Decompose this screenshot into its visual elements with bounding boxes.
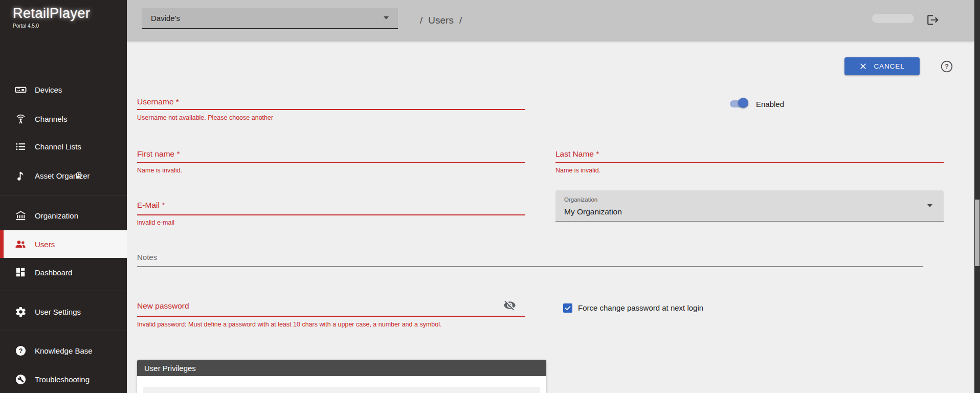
- email-underline: [137, 214, 525, 215]
- bank-icon: [14, 209, 27, 222]
- app-version: Portal 4.5.0: [13, 23, 91, 29]
- visibility-off-icon[interactable]: [503, 299, 517, 312]
- certification-badge-icon: [74, 171, 83, 180]
- username-underline: [137, 109, 525, 110]
- user-privileges-table-header: [143, 387, 540, 393]
- cancel-button-label: CANCEL: [874, 62, 904, 70]
- antenna-icon: [14, 113, 27, 125]
- sidebar-item-troubleshooting[interactable]: Troubleshooting: [0, 367, 127, 391]
- selected-indicator: [0, 230, 4, 258]
- scrollbar-thumb[interactable]: [975, 200, 979, 266]
- svg-text:?: ?: [945, 63, 949, 70]
- sidebar-item-label: Users: [35, 240, 55, 249]
- wrench-circle-icon: [14, 373, 27, 385]
- dashboard-icon: [14, 266, 27, 278]
- sidebar-item-label: Knowledge Base: [35, 346, 93, 355]
- help-icon[interactable]: ?: [940, 60, 953, 73]
- breadcrumb-separator: /: [420, 15, 422, 26]
- sidebar-item-asset-organizer[interactable]: Asset Organizer: [0, 164, 127, 187]
- cancel-button[interactable]: CANCEL: [844, 57, 920, 75]
- sidebar: RetailPlayer Portal 4.5.0 Devices Channe…: [0, 0, 127, 393]
- enabled-toggle-thumb[interactable]: [738, 98, 748, 108]
- check-icon: [564, 304, 571, 312]
- sidebar-item-label: Devices: [35, 85, 62, 94]
- username-error: Username not available. Please choose an…: [137, 114, 273, 121]
- sidebar-item-channels[interactable]: Channels: [0, 107, 127, 130]
- sidebar-item-devices[interactable]: Devices: [0, 78, 127, 101]
- sidebar-item-knowledge-base[interactable]: ? Knowledge Base: [0, 339, 127, 362]
- new-password-error: Invalid password: Must define a password…: [137, 321, 441, 328]
- logout-icon[interactable]: [926, 13, 940, 27]
- loading-placeholder: [872, 14, 914, 23]
- username-input[interactable]: [137, 94, 525, 109]
- organization-select-value: My Organization: [564, 207, 622, 216]
- sidebar-item-channel-lists[interactable]: Channel Lists: [0, 135, 127, 158]
- breadcrumb: / Users /: [420, 0, 462, 40]
- sidebar-item-label: User Settings: [35, 308, 81, 316]
- new-password-input[interactable]: [137, 298, 498, 314]
- sidebar-item-user-settings[interactable]: User Settings: [0, 300, 127, 323]
- organization-select[interactable]: Organization My Organization: [555, 190, 944, 222]
- sidebar-item-label: Troubleshooting: [35, 375, 90, 384]
- first-name-input[interactable]: [137, 146, 525, 162]
- chevron-down-icon: [384, 16, 389, 19]
- music-note-icon: [14, 169, 27, 182]
- sidebar-divider: [0, 291, 127, 291]
- last-name-input[interactable]: [555, 146, 944, 162]
- force-change-checkbox-label[interactable]: Force change password at next login: [578, 303, 703, 312]
- notes-input[interactable]: [137, 250, 923, 265]
- sidebar-item-users[interactable]: Users: [0, 230, 127, 258]
- gear-icon: [14, 305, 27, 318]
- email-error: invalid e-mail: [137, 219, 174, 226]
- force-change-checkbox[interactable]: [563, 303, 572, 313]
- vertical-scrollbar[interactable]: [974, 0, 980, 393]
- user-privileges-section: User Privileges: [137, 360, 546, 393]
- user-edit-form: CANCEL ? Username * Username not availab…: [127, 40, 974, 393]
- sidebar-item-dashboard[interactable]: Dashboard: [0, 260, 127, 284]
- last-name-underline: [555, 162, 944, 163]
- chevron-down-icon: [927, 204, 932, 207]
- sidebar-item-label: Organization: [35, 211, 78, 220]
- svg-text:?: ?: [18, 347, 23, 354]
- app-title: RetailPlayer: [13, 6, 91, 21]
- help-circle-icon: ?: [14, 344, 27, 357]
- new-password-underline: [137, 316, 525, 317]
- sidebar-item-label: Channels: [35, 115, 67, 123]
- breadcrumb-users[interactable]: Users: [428, 15, 454, 26]
- org-context-select[interactable]: Davide's: [142, 8, 398, 29]
- topbar: Davide's / Users /: [127, 0, 974, 40]
- last-name-error: Name is invalid.: [555, 167, 600, 174]
- sidebar-divider: [0, 331, 127, 331]
- user-privileges-header: User Privileges: [137, 360, 546, 376]
- notes-underline: [137, 266, 923, 267]
- organization-select-label: Organization: [564, 196, 597, 203]
- first-name-underline: [137, 162, 525, 163]
- users-icon: [14, 238, 27, 250]
- sidebar-divider: [0, 195, 127, 195]
- devices-icon: [14, 83, 27, 96]
- sidebar-item-label: Channel Lists: [35, 142, 81, 151]
- breadcrumb-separator: /: [459, 15, 462, 26]
- app-logo: RetailPlayer Portal 4.5.0: [13, 6, 91, 29]
- email-field[interactable]: [137, 198, 525, 213]
- user-privileges-title: User Privileges: [144, 364, 196, 373]
- list-icon: [14, 140, 27, 152]
- enabled-toggle-label: Enabled: [756, 100, 784, 108]
- sidebar-item-organization[interactable]: Organization: [0, 204, 127, 227]
- close-icon: [859, 62, 867, 70]
- sidebar-item-label: Dashboard: [35, 268, 72, 277]
- org-context-value: Davide's: [151, 14, 180, 23]
- first-name-error: Name is invalid.: [137, 167, 182, 174]
